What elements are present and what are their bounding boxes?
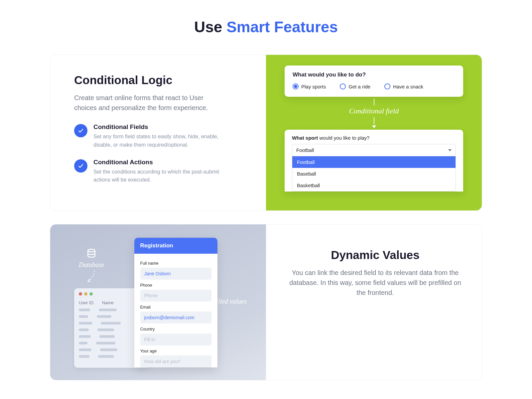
bullet1-title: Conditional Fields xyxy=(93,123,245,131)
demo-question2: What sport would you like to play? xyxy=(292,135,456,141)
card2-text-pane: Dynamic Values You can link the desired … xyxy=(266,224,482,380)
dot-red-icon xyxy=(79,292,82,296)
arrow-down-icon xyxy=(372,125,376,128)
page-title: Use Smart Features xyxy=(194,18,338,36)
database-label: Database xyxy=(79,261,104,269)
svg-point-0 xyxy=(88,249,95,252)
fld-phone[interactable]: Phone xyxy=(140,290,211,302)
fld-label-phone: Phone xyxy=(140,283,211,288)
card1-title: Conditional Logic xyxy=(74,73,245,87)
fld-age[interactable]: How old are you? xyxy=(140,355,211,367)
fld-label-age: Your age xyxy=(140,349,211,353)
demo-q2-rest: would you like to play? xyxy=(318,135,369,141)
bullet-conditional-actions: Conditional Actions Set the conditions a… xyxy=(74,159,245,185)
fld-email[interactable]: josborn@demomail.com xyxy=(140,312,211,324)
select-value: Football xyxy=(296,147,314,153)
select-options: Football Baseball Basketball xyxy=(292,156,456,192)
bullet2-title: Conditional Actions xyxy=(93,159,245,166)
option-baseball[interactable]: Baseball xyxy=(292,168,456,180)
col-name: Name xyxy=(102,300,114,305)
card1-visual: What would you like to do? Play sports G… xyxy=(266,55,482,210)
card-dynamic-values: Database User ID xyxy=(50,224,482,380)
chevron-down-icon xyxy=(448,149,452,151)
fld-label-country: Country xyxy=(140,327,211,332)
dot-green-icon xyxy=(89,292,93,296)
connector-arrow xyxy=(372,117,376,128)
card-conditional-logic: Conditional Logic Create smart online fo… xyxy=(50,55,482,211)
fld-fullname[interactable]: Jane Osborn xyxy=(140,268,211,280)
database-icon xyxy=(86,248,97,260)
radio-dot-icon xyxy=(384,83,390,89)
reg-header: Registration xyxy=(134,238,217,254)
fld-label-email: Email xyxy=(140,305,211,310)
radio-dot-icon xyxy=(340,83,346,89)
fld-label-fullname: Full name xyxy=(140,261,211,266)
registration-form-mock: Registration Full name Jane Osborn Phone… xyxy=(134,238,217,367)
demo-select-card: What sport would you like to play? Footb… xyxy=(285,130,463,192)
radio-label: Get a ride xyxy=(348,84,370,89)
radio-have-a-snack[interactable]: Have a snack xyxy=(384,83,423,89)
option-basketball[interactable]: Basketball xyxy=(292,180,456,191)
connector-line xyxy=(374,99,374,105)
card1-lead: Create smart online forms that react to … xyxy=(74,93,227,113)
radio-get-a-ride[interactable]: Get a ride xyxy=(340,83,370,89)
radio-dot-icon xyxy=(293,83,299,89)
sport-select[interactable]: Football xyxy=(292,144,456,156)
radio-label: Have a snack xyxy=(393,84,423,89)
check-icon xyxy=(74,124,87,137)
radio-play-sports[interactable]: Play sports xyxy=(293,83,326,89)
fld-country[interactable]: Fill in xyxy=(140,333,211,345)
option-football[interactable]: Football xyxy=(292,156,456,168)
col-user-id: User ID xyxy=(79,300,93,305)
demo-question1: What would you like to do? xyxy=(293,71,455,78)
dot-yellow-icon xyxy=(84,292,87,296)
check-icon xyxy=(74,159,87,173)
demo-q2-bold: What sport xyxy=(292,135,318,141)
bullet1-desc: Set any form field states to easily show… xyxy=(93,133,233,149)
bullet-conditional-fields: Conditional Fields Set any form field st… xyxy=(74,123,245,149)
page-title-accent: Smart Features xyxy=(226,18,338,36)
card1-text-pane: Conditional Logic Create smart online fo… xyxy=(50,55,266,210)
demo-question-card: What would you like to do? Play sports G… xyxy=(285,66,463,97)
radio-label: Play sports xyxy=(301,84,326,89)
card2-lead: You can link the desired field to its re… xyxy=(289,268,462,298)
hand-label-conditional-field: Conditional field xyxy=(349,107,399,115)
card2-visual: Database User ID xyxy=(50,224,266,380)
database-annotation: Database xyxy=(79,248,104,285)
page-title-plain: Use xyxy=(194,18,226,36)
bullet2-desc: Set the conditions according to which th… xyxy=(93,168,233,185)
arrow-curve-icon xyxy=(85,270,97,285)
card2-title: Dynamic Values xyxy=(287,248,463,262)
